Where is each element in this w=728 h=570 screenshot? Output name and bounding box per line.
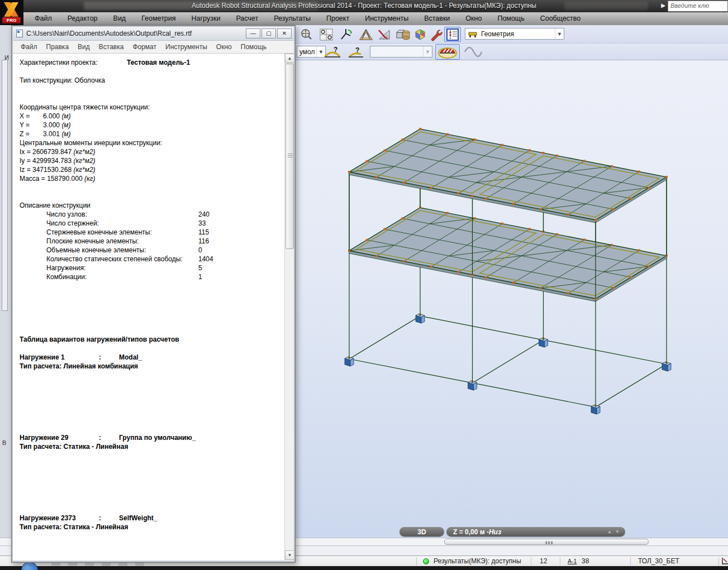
level-pill[interactable]: Z = 0,00 м - Низ ▲ ▼ (446, 527, 625, 537)
menu-item-10[interactable]: Окно (458, 12, 489, 25)
report-line: Стержневые конечные элементы:115 (20, 228, 284, 237)
report-text: Характеристики проекта:Тестовая модель-1… (13, 54, 284, 560)
vscroll-grip (288, 154, 293, 154)
report-line: Нагружения:5 (20, 264, 284, 272)
keyword-search-input[interactable]: Введите клю (668, 1, 728, 12)
zoom-window-icon[interactable] (318, 27, 335, 42)
level-suffix: Низ (489, 528, 501, 536)
menu-item-4[interactable]: Нагрузки (184, 12, 229, 25)
rtf-viewer-window: C:\Users\Nairi\Documents\Autodesk\Output… (11, 25, 296, 563)
menu-item-0[interactable]: Файл (27, 12, 60, 25)
close-button[interactable]: ✕ (277, 28, 292, 39)
menu-item-6[interactable]: Результаты (266, 12, 318, 25)
window-title: Autodesk Robot Structural Analysis Profe… (0, 2, 728, 9)
menu-item-11[interactable]: Помощь (489, 12, 532, 25)
group-combo[interactable]: умол ▼ (297, 46, 326, 58)
doc-menubar: ФайлПравкаВидВставкаФорматИнструментыОкн… (13, 41, 294, 54)
chevron-down-icon: ▼ (423, 46, 432, 57)
menu-item-8[interactable]: Инструменты (357, 12, 416, 25)
report-line: Комбинации:1 (20, 272, 284, 281)
level-text: Z = 0,00 м - (453, 528, 489, 536)
mode-shape-icon[interactable] (462, 44, 484, 60)
results-status-icon (423, 558, 429, 564)
report-line: Нагружение 1:Modal_ (20, 353, 284, 362)
member-refresh-icon[interactable] (338, 27, 355, 42)
minimize-button[interactable]: — (246, 28, 260, 39)
dimension-icon[interactable] (722, 557, 728, 565)
doc-titlebar[interactable]: C:\Users\Nairi\Documents\Autodesk\Output… (13, 27, 294, 41)
report-line: Плоские конечные элементы:116 (20, 237, 284, 246)
chevron-down-icon[interactable]: ▼ (555, 28, 564, 39)
maximize-button[interactable]: ▢ (261, 28, 276, 39)
report-line: Масса = 158790.000 (кг) (20, 174, 284, 183)
report-line: Таблица вариантов нагружений/типов расче… (20, 335, 284, 344)
report-line: Тип конструкции: Оболочка (20, 76, 284, 85)
app-logo: PRO (0, 0, 23, 25)
menu-item-12[interactable]: Сообщество (532, 12, 589, 25)
doc-menu-item-4[interactable]: Формат (128, 43, 161, 51)
scroll-up-icon[interactable]: ▲ (285, 54, 294, 63)
menu-item-5[interactable]: Расчет (228, 12, 266, 25)
menu-item-1[interactable]: Редактор (60, 12, 106, 25)
pro-badge: PRO (2, 17, 21, 23)
doc-title: C:\Users\Nairi\Documents\Autodesk\Output… (26, 30, 192, 37)
statusbar-count: 12 (540, 557, 547, 565)
pan-zoom-icon[interactable] (298, 27, 315, 42)
report-line: Z =3.001 (м) (20, 130, 284, 138)
collapsed-panel-scrollbar[interactable] (2, 60, 8, 311)
calc-report-icon[interactable] (444, 27, 461, 42)
measure-icon[interactable] (358, 27, 374, 42)
view-3d-pill[interactable]: 3D (399, 527, 444, 537)
panel-letter: В (2, 439, 6, 446)
hscroll-thumb[interactable]: ▮▮▮ (444, 539, 649, 545)
report-line: Тип расчета: Статика - Линейная (20, 442, 284, 451)
report-line: Описание конструкции (20, 201, 284, 210)
report-line: Объемные конечные элементы:0 (20, 246, 284, 255)
layout-icon (468, 30, 479, 38)
statusbar-separator (416, 557, 417, 566)
app-window: Autodesk Robot Structural Analysis Profe… (0, 0, 728, 570)
doc-menu-item-3[interactable]: Вставка (94, 43, 129, 51)
doc-menu-item-6[interactable]: Окно (212, 43, 236, 51)
report-line: Нагружение 2373:SelfWeight_ (20, 514, 284, 523)
doc-menu-item-2[interactable]: Вид (73, 43, 94, 51)
view-cube-icon[interactable] (412, 27, 429, 42)
doc-menu-item-1[interactable]: Правка (42, 43, 74, 51)
report-line: Нагружение 29:Группа по умолчанию_ (20, 433, 284, 442)
doc-menu-item-5[interactable]: Инструменты (161, 43, 212, 51)
main-menubar: ФайлРедакторВидГеометрияНагрузкиРасчетРе… (0, 12, 728, 25)
bridge-question-icon[interactable]: ? (322, 45, 342, 60)
report-line: Центральные моменты инерции конструкции: (20, 138, 284, 147)
design-hatch-icon[interactable] (377, 27, 393, 42)
menu-item-9[interactable]: Вставки (416, 12, 458, 25)
level-updown-icons[interactable]: ▲ ▼ (607, 529, 621, 534)
svg-text:?: ? (355, 46, 359, 54)
doc-menu-item-7[interactable]: Помощь (236, 43, 271, 51)
statusbar-section-label: ТОЛ_30_БЕТ (638, 557, 679, 565)
report-line: Тип расчета: Статика - Линейная (20, 523, 284, 531)
scroll-down-icon[interactable]: ▼ (285, 550, 294, 560)
doc-vertical-scrollbar[interactable]: ▲ ▼ (284, 54, 294, 560)
document-icon (16, 30, 23, 37)
report-line: Количество статических степеней свободы:… (20, 255, 284, 264)
report-line: Число узлов:240 (20, 210, 284, 219)
menu-item-3[interactable]: Геометрия (134, 12, 183, 25)
doc-menu-item-0[interactable]: Файл (16, 43, 42, 51)
menu-item-7[interactable]: Проект (318, 12, 357, 25)
svg-text:?: ? (334, 46, 337, 54)
report-line: Координаты центра тяжести конструкции: (20, 103, 284, 112)
search-expand-icon[interactable]: ▶ (661, 2, 665, 8)
menu-item-2[interactable]: Вид (106, 12, 134, 25)
statusbar-separator (719, 557, 719, 566)
titlebar: Autodesk Robot Structural Analysis Profe… (0, 0, 728, 12)
vscroll-thumb[interactable] (286, 64, 294, 249)
load-arch-icon[interactable] (435, 44, 460, 60)
layout-selector-combo[interactable]: Геометрия ▼ (465, 28, 564, 40)
support-question-icon[interactable]: ? (345, 45, 365, 60)
report-line: Iy = 4299934.783 (кг*м2) (20, 156, 284, 165)
group-combo-value: умол (297, 48, 315, 56)
solids-icon[interactable] (394, 27, 411, 42)
report-line: Ix = 2606739.847 (кг*м2) (20, 147, 284, 156)
wrench-icon[interactable] (428, 27, 445, 42)
statusbar-separator (630, 557, 631, 566)
